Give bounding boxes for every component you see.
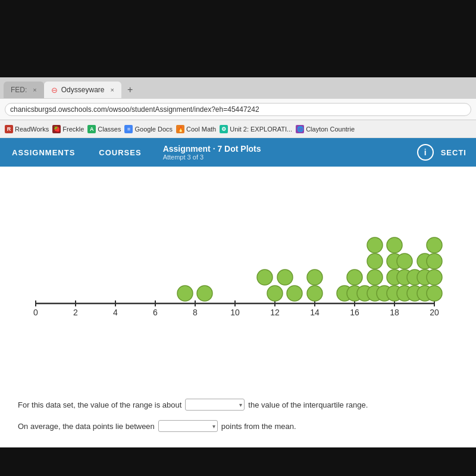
bookmark-readworks-label: ReadWorks [15, 126, 49, 133]
svg-text:10: 10 [230, 308, 240, 317]
address-input[interactable] [5, 103, 471, 116]
googledocs-icon: ≡ [124, 125, 133, 133]
odysseyware-icon: ⊖ [51, 86, 58, 95]
bookmark-readworks[interactable]: R ReadWorks [5, 125, 49, 133]
svg-text:0: 0 [33, 308, 38, 317]
nav-courses-label: COURSES [99, 148, 141, 157]
svg-point-23 [177, 286, 193, 301]
bookmark-googledocs[interactable]: ≡ Google Docs [124, 125, 173, 133]
nav-assignments-label: ASSIGNMENTS [12, 148, 75, 157]
bookmarks-bar: R ReadWorks 🍓 Freckle A Classes ≡ Google… [0, 120, 476, 138]
svg-text:12: 12 [270, 308, 280, 317]
svg-text:16: 16 [350, 308, 359, 317]
readworks-icon: R [5, 125, 13, 133]
svg-point-38 [367, 237, 383, 253]
svg-text:8: 8 [193, 308, 198, 317]
clayton-icon: 🌐 [296, 125, 304, 133]
section-label: SECTI [441, 148, 476, 157]
bookmark-unit2-label: Unit 2: EXPLORATI... [230, 126, 292, 133]
freckle-icon: 🍓 [52, 125, 61, 133]
svg-point-49 [427, 286, 442, 301]
bookmark-freckle-label: Freckle [62, 126, 84, 133]
q1-select-wrapper[interactable]: greater than less than equal to [185, 399, 245, 411]
svg-point-37 [367, 253, 383, 269]
svg-text:2: 2 [73, 308, 78, 317]
q2-pre-text: On average, the data points lie between [18, 422, 155, 431]
classes-icon: A [87, 125, 96, 133]
svg-point-26 [257, 270, 273, 285]
nav-courses[interactable]: COURSES [87, 138, 153, 167]
content-area: 0 2 4 6 8 10 12 14 [0, 167, 476, 393]
info-button[interactable]: i [417, 144, 434, 161]
svg-point-27 [277, 270, 293, 285]
tab-odysseyware-label: Odysseyware [61, 86, 105, 94]
bookmark-coolmath-label: Cool Math [186, 126, 216, 133]
q1-pre-text: For this data set, the value of the rang… [18, 400, 181, 409]
svg-text:14: 14 [310, 308, 320, 317]
tab-fed-close[interactable]: × [33, 86, 36, 93]
svg-point-25 [267, 286, 283, 301]
coolmath-icon: 🔥 [176, 125, 184, 133]
bookmark-classes[interactable]: A Classes [87, 125, 121, 133]
q2-post-text: points from the mean. [221, 422, 296, 431]
bookmark-clayton[interactable]: 🌐 Clayton Countrie [296, 125, 355, 133]
svg-point-36 [367, 270, 383, 285]
assignment-title-sub: Attempt 3 of 3 [163, 154, 408, 161]
address-bar [0, 99, 476, 120]
nav-assignments[interactable]: ASSIGNMENTS [0, 138, 87, 167]
svg-point-28 [287, 286, 302, 301]
assignment-title-area: Assignment · 7 Dot Plots Attempt 3 of 3 [154, 144, 417, 161]
bookmark-unit2[interactable]: ⚙ Unit 2: EXPLORATI... [220, 125, 292, 133]
tab-odysseyware-close[interactable]: × [110, 86, 114, 93]
svg-point-54 [427, 253, 442, 269]
bookmark-coolmath[interactable]: 🔥 Cool Math [176, 125, 216, 133]
q2-select[interactable]: 1 and 2 2 and 3 3 and 4 4 and 5 [158, 420, 218, 432]
q1-post-text: the value of the interquartile range. [248, 400, 368, 409]
assignment-title-main: Assignment · 7 Dot Plots [163, 144, 408, 154]
svg-point-30 [307, 270, 322, 285]
dot-plot: 0 2 4 6 8 10 12 14 [18, 178, 446, 333]
svg-point-29 [307, 286, 322, 301]
svg-text:20: 20 [430, 308, 439, 317]
tab-fed-label: FED: [11, 86, 27, 94]
question-2: On average, the data points lie between … [18, 420, 458, 432]
tab-fed[interactable]: FED: × [4, 82, 44, 98]
question-1: For this data set, the value of the rang… [18, 399, 458, 411]
svg-point-45 [397, 253, 412, 269]
svg-text:4: 4 [113, 308, 118, 317]
svg-point-24 [197, 286, 212, 301]
tab-odysseyware[interactable]: ⊖ Odysseyware × [44, 82, 121, 98]
q1-select[interactable]: greater than less than equal to [185, 399, 245, 411]
tab-bar: FED: × ⊖ Odysseyware × + [0, 77, 476, 99]
unit2-icon: ⚙ [220, 125, 228, 133]
svg-point-55 [427, 237, 442, 253]
svg-point-52 [427, 270, 442, 285]
svg-point-34 [347, 270, 362, 285]
app-nav: ASSIGNMENTS COURSES Assignment · 7 Dot P… [0, 138, 476, 167]
bookmark-googledocs-label: Google Docs [134, 126, 173, 133]
bookmark-clayton-label: Clayton Countrie [306, 126, 355, 133]
bookmark-freckle[interactable]: 🍓 Freckle [52, 125, 84, 133]
new-tab-button[interactable]: + [121, 82, 139, 98]
q2-select-wrapper[interactable]: 1 and 2 2 and 3 3 and 4 4 and 5 [158, 420, 218, 432]
bookmark-classes-label: Classes [98, 126, 121, 133]
question-area: For this data set, the value of the rang… [0, 393, 476, 447]
svg-point-46 [387, 237, 402, 253]
svg-text:18: 18 [390, 308, 399, 317]
svg-text:6: 6 [153, 308, 158, 317]
